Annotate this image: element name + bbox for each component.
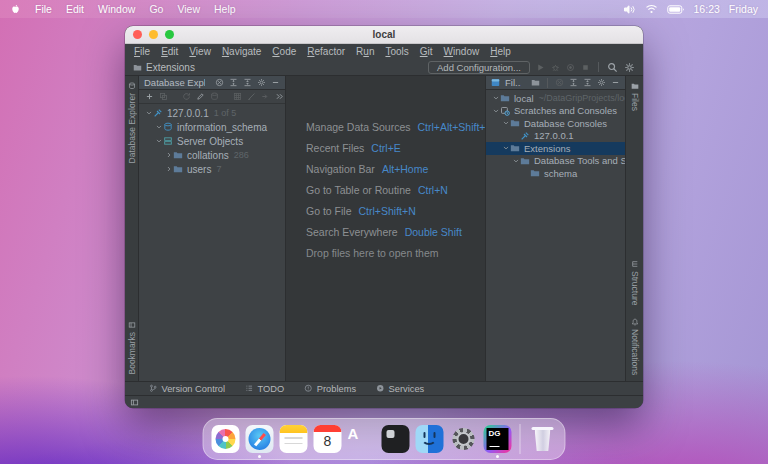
files-tree-row-local[interactable]: local~/DataGripProjects/local [486, 92, 625, 105]
chevron-right-icon[interactable] [164, 151, 173, 159]
files-collapse-all-icon[interactable] [583, 78, 592, 87]
table-icon[interactable] [233, 92, 242, 101]
breadcrumb[interactable]: Extensions [133, 62, 195, 73]
toolwindow-todo[interactable]: TODO [245, 384, 284, 394]
tab-structure[interactable]: Structure [630, 260, 640, 306]
files-tree-row-database-tools-and-sql[interactable]: Database Tools and SQL [486, 155, 625, 168]
dock-system-settings[interactable] [450, 425, 478, 453]
toolwindow-services[interactable]: Services [376, 384, 424, 394]
chevron-down-icon[interactable] [144, 109, 153, 117]
ide-menu-code[interactable]: Code [272, 46, 296, 57]
wifi-icon[interactable] [645, 4, 658, 14]
shortcut-label: Manage Data Sources [306, 121, 410, 133]
clock-day[interactable]: Friday [729, 3, 758, 15]
volume-icon[interactable] [623, 4, 636, 15]
db-tree-row-collations[interactable]: collations286 [139, 148, 285, 162]
stop-icon[interactable] [581, 63, 590, 72]
search-icon[interactable] [607, 62, 618, 73]
window-titlebar[interactable]: local [125, 26, 643, 44]
files-tree-row-schema[interactable]: schema [486, 167, 625, 180]
ide-menu-help[interactable]: Help [490, 46, 511, 57]
toolwindow-version-control[interactable]: Version Control [149, 384, 225, 394]
menubar-item-help[interactable]: Help [214, 3, 236, 15]
files-expand-all-icon[interactable] [569, 78, 578, 87]
tool-window-toggle-icon[interactable] [130, 398, 139, 407]
add-configuration-button[interactable]: Add Configuration... [428, 61, 530, 74]
ide-menu-window[interactable]: Window [444, 46, 480, 57]
chevron-down-icon[interactable] [154, 123, 163, 131]
menubar-item-file[interactable]: File [35, 3, 52, 15]
menubar-item-view[interactable]: View [177, 3, 200, 15]
ide-menu-edit[interactable]: Edit [161, 46, 178, 57]
collapse-all-icon[interactable] [243, 78, 252, 87]
files-tree-row-scratches-and-consoles[interactable]: Scratches and Consoles [486, 105, 625, 118]
chevron-down-icon[interactable] [491, 107, 500, 115]
tab-bookmarks[interactable]: Bookmarks [127, 321, 137, 375]
chevron-down-icon[interactable] [501, 144, 510, 152]
files-tree-row-127-0-0-1[interactable]: 127.0.0.1 [486, 130, 625, 143]
battery-icon[interactable] [667, 5, 685, 14]
tree-label: schema [544, 168, 577, 179]
dock-notes[interactable] [280, 425, 308, 453]
ide-menu-refactor[interactable]: Refactor [307, 46, 345, 57]
ide-menu-view[interactable]: View [189, 46, 211, 57]
files-options-icon[interactable] [597, 78, 606, 87]
db-tree-row-server-objects[interactable]: Server Objects [139, 134, 285, 148]
jump-icon[interactable] [261, 92, 270, 101]
tab-files[interactable]: Files [630, 82, 640, 111]
add-datasource-icon[interactable] [145, 92, 154, 101]
run-icon[interactable] [536, 63, 545, 72]
tree-label: users [187, 164, 211, 175]
chevron-down-icon[interactable] [491, 94, 500, 102]
chevron-down-icon[interactable] [154, 137, 163, 145]
db-tree-row-users[interactable]: users7 [139, 162, 285, 176]
clock-time[interactable]: 16:23 [694, 3, 720, 15]
duplicate-icon[interactable] [159, 92, 168, 101]
dock-photos[interactable] [212, 425, 240, 453]
ide-menu-navigate[interactable]: Navigate [222, 46, 261, 57]
debug-icon[interactable] [551, 63, 560, 72]
menubar-item-window[interactable]: Window [98, 3, 135, 15]
chevron-right-icon[interactable] [164, 165, 173, 173]
settings-gear-icon[interactable] [624, 62, 635, 73]
more-actions-icon[interactable] [275, 92, 284, 101]
tab-database-explorer[interactable]: Database Explorer [127, 82, 137, 163]
sync-icon[interactable] [215, 78, 224, 87]
files-sync-icon[interactable] [555, 78, 564, 87]
files-hide-icon[interactable] [611, 78, 620, 87]
dock-safari[interactable] [246, 425, 274, 453]
chevron-down-icon[interactable] [501, 119, 510, 127]
ide-toolbar: Extensions Add Configuration... [125, 59, 643, 76]
files-panel: Fil... local~/DataGripProjects/localScra… [485, 76, 625, 381]
coverage-icon[interactable] [566, 63, 575, 72]
dock-trash[interactable] [529, 425, 557, 453]
dock-datagrip[interactable]: DG [484, 425, 512, 453]
edit-source-icon[interactable] [196, 92, 205, 101]
select-file-icon[interactable] [531, 78, 540, 87]
apple-menu-icon[interactable] [10, 3, 21, 16]
ide-menu-file[interactable]: File [134, 46, 150, 57]
dock-screenshot[interactable] [382, 425, 410, 453]
ide-menu-git[interactable]: Git [420, 46, 433, 57]
ide-menu-tools[interactable]: Tools [385, 46, 408, 57]
menubar-item-go[interactable]: Go [149, 3, 163, 15]
schema-sync-icon[interactable] [210, 92, 219, 101]
dock-calendar[interactable]: 8 [314, 425, 342, 453]
chevron-down-icon[interactable] [511, 157, 520, 165]
files-tree: local~/DataGripProjects/localScratches a… [486, 90, 625, 180]
diagram-icon[interactable] [247, 92, 256, 101]
files-tree-row-database-consoles[interactable]: Database Consoles [486, 117, 625, 130]
ide-menu-run[interactable]: Run [356, 46, 374, 57]
menubar-item-edit[interactable]: Edit [66, 3, 84, 15]
expand-all-icon[interactable] [229, 78, 238, 87]
hide-panel-icon[interactable] [271, 78, 280, 87]
dock-finder[interactable] [416, 425, 444, 453]
toolwindow-problems[interactable]: Problems [304, 384, 356, 394]
panel-options-icon[interactable] [257, 78, 266, 87]
db-tree-row-127-0-0-1[interactable]: 127.0.0.11 of 5 [139, 106, 285, 120]
db-tree-row-information-schema[interactable]: information_schema [139, 120, 285, 134]
dock-app-store[interactable]: A [348, 425, 376, 453]
files-tree-row-extensions[interactable]: Extensions [486, 142, 625, 155]
tab-notifications[interactable]: Notifications [630, 318, 640, 375]
refresh-icon[interactable] [182, 92, 191, 101]
